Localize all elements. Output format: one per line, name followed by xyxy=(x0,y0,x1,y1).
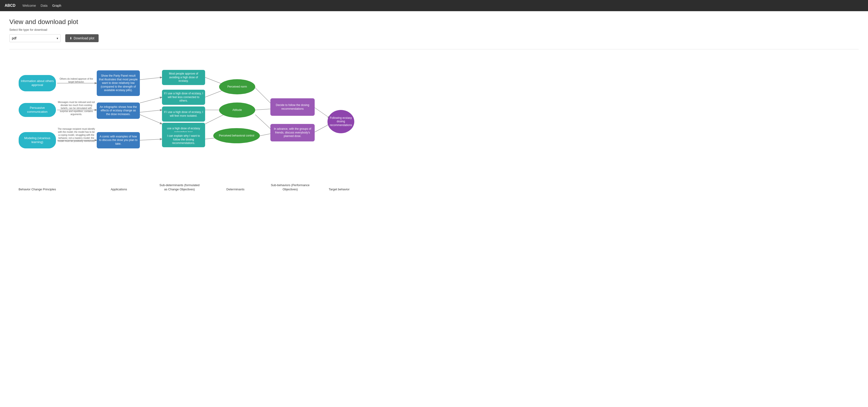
download-label: Download plot xyxy=(74,36,94,40)
annotation-2: Messages must be relevant and not deviat… xyxy=(57,101,96,116)
sub-node-3: If I use a high dose of ecstasy, I will … xyxy=(162,106,205,122)
annotation-1: Others do indeed approve of the target b… xyxy=(57,77,96,84)
det-node-1: Perceived norm xyxy=(219,79,255,94)
col-label-target: Target behavior xyxy=(322,187,356,191)
det-node-2: Attitude xyxy=(219,102,255,118)
svg-line-11 xyxy=(205,114,226,124)
col-label-subb: Sub-behaviors (Performance Objectives) xyxy=(262,179,318,191)
det-node-3: Perceived behavioral control xyxy=(213,128,260,143)
svg-line-3 xyxy=(140,77,162,80)
svg-line-18 xyxy=(315,124,330,132)
file-type-select-wrap[interactable]: pdf png svg xyxy=(9,34,61,42)
nav-graph[interactable]: Graph xyxy=(52,4,61,7)
svg-line-14 xyxy=(255,109,273,110)
svg-line-5 xyxy=(140,110,162,112)
nav-brand: ABCD xyxy=(5,3,16,8)
sub-node-2: If I use a high dose of ecstasy, I will … xyxy=(162,90,205,105)
controls-bar: pdf png svg ⬇ Download plot xyxy=(9,34,859,42)
svg-line-7 xyxy=(140,139,162,140)
section-divider xyxy=(9,49,859,50)
subb-node-1: Decide to follow the dosing recommendati… xyxy=(270,98,315,116)
sub-node-1: Most people approve of avoiding a high d… xyxy=(162,70,205,85)
col-label-bcp: Behavior Change Principles xyxy=(9,187,65,191)
subb-node-2: In advance, with the groups of friends, … xyxy=(270,124,315,142)
svg-line-17 xyxy=(315,107,330,118)
bcp-node-3: Modeling (vicarious learning) xyxy=(19,132,56,148)
file-type-select[interactable]: pdf png svg xyxy=(9,34,61,42)
svg-line-13 xyxy=(254,87,273,105)
col-label-det: Determinants xyxy=(212,187,259,191)
svg-line-16 xyxy=(255,115,273,131)
nav-welcome[interactable]: Welcome xyxy=(22,4,36,7)
diagram-container: Information about others approval Persua… xyxy=(9,56,859,191)
svg-line-4 xyxy=(140,97,162,103)
navbar: ABCD Welcome Data Graph xyxy=(0,0,868,11)
col-label-sub: Sub-determinants (formulated as Change O… xyxy=(152,179,208,191)
bcp-node-1: Information about others approval xyxy=(19,75,56,91)
diagram: Information about others approval Persua… xyxy=(9,56,354,191)
page-subtitle: Select file type for download xyxy=(9,28,859,31)
col-label-app: Applications xyxy=(89,187,149,191)
target-node: Following ecstasy dosing recommendations xyxy=(328,110,354,133)
svg-line-6 xyxy=(140,115,162,124)
bcp-node-2: Persuasive communication xyxy=(19,103,56,117)
annotation-3: The message recipient must identify with… xyxy=(57,127,96,143)
app-node-3: A comic with examples of how to discuss … xyxy=(97,132,140,148)
page-content: View and download plot Select file type … xyxy=(0,11,868,198)
nav-data[interactable]: Data xyxy=(40,4,48,7)
page-title: View and download plot xyxy=(9,18,859,26)
download-button[interactable]: ⬇ Download plot xyxy=(65,34,99,42)
app-node-2: An infographic shows how the effects of … xyxy=(97,102,140,119)
download-icon: ⬇ xyxy=(69,36,72,40)
app-node-1: Show the Party Panel result that illustr… xyxy=(97,70,140,96)
sub-node-5: I can explain why I want to follow the d… xyxy=(162,132,205,147)
